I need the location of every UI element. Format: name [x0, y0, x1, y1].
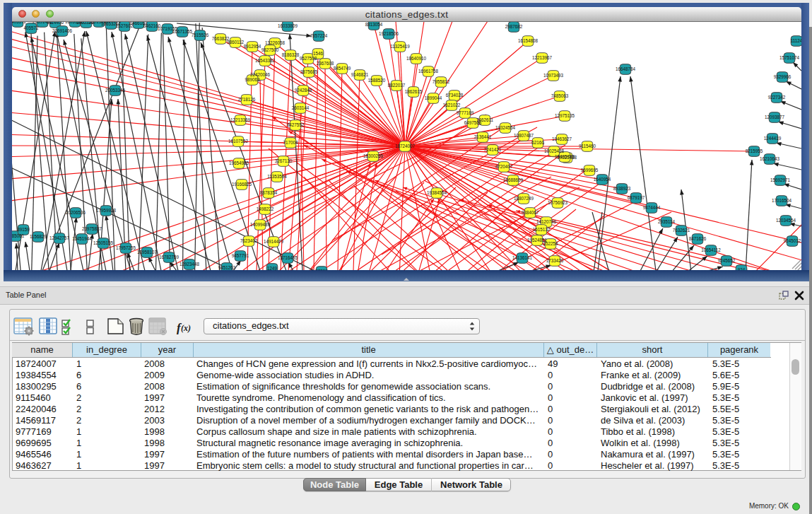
svg-text:2935114: 2935114 — [658, 219, 676, 224]
svg-text:9860112: 9860112 — [227, 40, 245, 45]
svg-text:9114406: 9114406 — [47, 22, 64, 25]
svg-text:1621022: 1621022 — [443, 103, 461, 107]
svg-text:10688609: 10688609 — [503, 177, 524, 182]
svg-text:16671355: 16671355 — [172, 29, 193, 34]
svg-text:12942757: 12942757 — [49, 235, 70, 240]
svg-text:9457791: 9457791 — [232, 253, 249, 258]
svg-text:20206536: 20206536 — [66, 210, 86, 215]
svg-text:1485061: 1485061 — [12, 233, 25, 238]
svg-text:9777169: 9777169 — [457, 110, 474, 115]
svg-text:7515526: 7515526 — [192, 33, 209, 37]
svg-text:19218506: 19218506 — [379, 31, 399, 36]
svg-text:11353594: 11353594 — [267, 174, 287, 179]
svg-text:3875685: 3875685 — [300, 69, 318, 74]
svg-text:2603144: 2603144 — [292, 105, 310, 110]
svg-text:1405572: 1405572 — [12, 22, 27, 24]
svg-text:87201: 87201 — [315, 269, 328, 270]
svg-text:7955812: 7955812 — [433, 79, 450, 84]
svg-text:16033809: 16033809 — [278, 23, 298, 28]
svg-text:18300295: 18300295 — [363, 153, 384, 158]
svg-text:6734028: 6734028 — [446, 93, 464, 98]
svg-text:10654112: 10654112 — [701, 247, 721, 252]
svg-text:9245012: 9245012 — [784, 238, 801, 243]
svg-text:7485063: 7485063 — [551, 93, 569, 98]
svg-text:11451944: 11451944 — [72, 236, 92, 241]
svg-text:9227342: 9227342 — [768, 95, 786, 100]
svg-text:8186328: 8186328 — [282, 52, 300, 57]
svg-text:9451263: 9451263 — [218, 265, 236, 270]
svg-text:17957255: 17957255 — [116, 245, 136, 250]
svg-text:14099489: 14099489 — [250, 222, 271, 227]
svg-text:15692971: 15692971 — [770, 177, 791, 182]
svg-text:16107552: 16107552 — [228, 139, 249, 144]
svg-text:13716485: 13716485 — [278, 255, 298, 260]
svg-text:20053346: 20053346 — [105, 88, 126, 93]
svg-text:7857224: 7857224 — [310, 33, 328, 38]
svg-text:2136441: 2136441 — [474, 134, 492, 139]
svg-text:405572: 405572 — [23, 25, 39, 30]
svg-text:9146821: 9146821 — [351, 72, 369, 77]
svg-text:989063: 989063 — [245, 77, 260, 82]
svg-text:12213369: 12213369 — [230, 117, 251, 122]
svg-text:7632621: 7632621 — [673, 228, 690, 233]
svg-text:19654985: 19654985 — [229, 160, 249, 165]
svg-text:9527508: 9527508 — [300, 56, 317, 61]
svg-text:1498222: 1498222 — [257, 206, 274, 211]
svg-text:8471626: 8471626 — [689, 236, 707, 241]
svg-text:8822037: 8822037 — [388, 83, 406, 88]
svg-text:2367608: 2367608 — [317, 61, 334, 66]
svg-text:18724007: 18724007 — [395, 144, 416, 148]
svg-text:8878354: 8878354 — [260, 190, 278, 195]
svg-text:1615132: 1615132 — [533, 227, 551, 232]
svg-text:14136141: 14136141 — [512, 255, 533, 260]
svg-text:11124: 11124 — [791, 38, 801, 43]
svg-text:1156829: 1156829 — [30, 234, 47, 239]
svg-text:8454749: 8454749 — [334, 66, 351, 71]
svg-text:(x): (x) — [181, 323, 191, 333]
svg-text:1862615: 1862615 — [405, 89, 423, 94]
svg-text:8813054: 8813054 — [365, 22, 383, 27]
svg-text:19384554: 19384554 — [427, 190, 447, 195]
svg-text:15751074: 15751074 — [779, 55, 800, 60]
svg-text:12975135: 12975135 — [555, 113, 575, 118]
svg-text:8938923: 8938923 — [613, 186, 631, 191]
svg-text:17959928: 17959928 — [96, 208, 117, 213]
svg-text:10025438: 10025438 — [544, 148, 565, 153]
svg-text:9827500: 9827500 — [261, 47, 279, 52]
svg-text:1244419: 1244419 — [764, 136, 782, 141]
svg-text:13226058: 13226058 — [265, 40, 286, 45]
svg-text:7623402: 7623402 — [240, 238, 258, 243]
svg-text:12034554: 12034554 — [776, 218, 796, 223]
svg-text:16543382: 16543382 — [255, 58, 276, 63]
svg-text:16961758: 16961758 — [418, 69, 439, 74]
svg-text:9245652: 9245652 — [718, 258, 736, 263]
svg-text:16648784: 16648784 — [616, 66, 636, 71]
svg-text:924: 924 — [738, 267, 746, 270]
svg-text:7462611: 7462611 — [476, 117, 494, 122]
svg-text:4720407: 4720407 — [495, 164, 513, 169]
svg-text:252254: 252254 — [543, 241, 558, 246]
svg-text:19166825: 19166825 — [232, 182, 252, 187]
svg-text:1546: 1546 — [313, 51, 324, 56]
svg-text:10807487: 10807487 — [514, 133, 534, 138]
svg-text:9242848: 9242848 — [295, 88, 312, 93]
svg-text:16154808: 16154808 — [518, 38, 539, 43]
svg-text:11325419: 11325419 — [390, 44, 410, 49]
svg-text:1640954: 1640954 — [594, 177, 611, 182]
svg-text:12505155: 12505155 — [93, 240, 114, 245]
svg-text:6879197: 6879197 — [628, 195, 645, 200]
svg-text:2987682: 2987682 — [505, 24, 523, 29]
svg-text:9329966: 9329966 — [774, 74, 792, 79]
svg-text:12213967: 12213967 — [532, 55, 553, 60]
svg-text:1899044: 1899044 — [425, 95, 442, 100]
svg-text:8427552: 8427552 — [287, 122, 305, 127]
svg-text:19324554: 19324554 — [495, 125, 516, 130]
svg-text:8912954: 8912954 — [244, 44, 261, 49]
svg-text:19463627: 19463627 — [552, 136, 572, 141]
svg-text:39159: 39159 — [17, 227, 30, 232]
svg-text:3267130: 3267130 — [275, 158, 293, 163]
svg-text:10756923: 10756923 — [548, 200, 568, 205]
svg-text:717004: 717004 — [283, 140, 298, 145]
svg-text:1733426: 1733426 — [546, 258, 564, 263]
svg-text:18640910: 18640910 — [406, 56, 427, 61]
